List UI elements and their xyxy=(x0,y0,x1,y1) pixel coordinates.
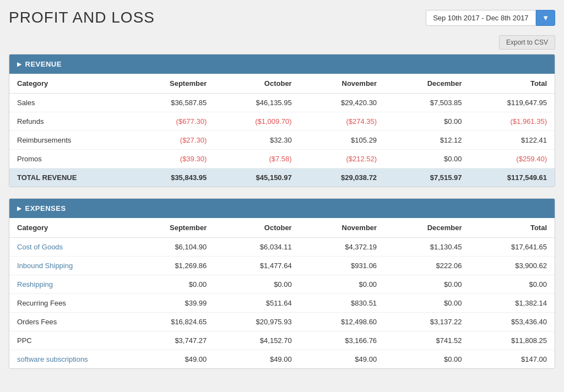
expenses-row-value: $0.00 xyxy=(129,275,214,294)
expenses-row-value: $6,104.90 xyxy=(129,238,214,257)
table-row: Refunds($677.30)($1,009.70)($274.35)$0.0… xyxy=(9,112,555,131)
expenses-table: Category September October November Dece… xyxy=(9,218,555,368)
revenue-section-header[interactable]: ▶ REVENUE xyxy=(9,55,555,74)
revenue-row-value: $36,587.85 xyxy=(129,94,214,112)
expenses-row-value: $3,166.76 xyxy=(300,331,384,350)
revenue-table: Category September October November Dece… xyxy=(9,74,555,187)
table-row: Inbound Shipping$1,269.86$1,477.64$931.0… xyxy=(9,257,555,275)
revenue-row-category: Promos xyxy=(9,150,129,168)
revenue-row-value: ($274.35) xyxy=(300,112,384,131)
expenses-row-category[interactable]: Cost of Goods xyxy=(9,238,129,257)
page-title: PROFIT AND LOSS xyxy=(9,9,155,26)
date-range-display[interactable]: Sep 10th 2017 - Dec 8th 2017 xyxy=(426,10,536,26)
expenses-row-category: Orders Fees xyxy=(9,313,129,331)
expenses-col-september: September xyxy=(129,218,214,238)
revenue-row-value: $32.30 xyxy=(214,131,299,150)
expenses-row-value: $6,034.11 xyxy=(214,238,299,257)
table-row: Orders Fees$16,824.65$20,975.93$12,498.6… xyxy=(9,313,555,331)
revenue-section-label: REVENUE xyxy=(25,60,62,68)
expenses-row-value: $931.06 xyxy=(300,257,384,275)
revenue-row-value: ($1,961.35) xyxy=(470,112,555,131)
page-header: PROFIT AND LOSS Sep 10th 2017 - Dec 8th … xyxy=(9,9,555,26)
revenue-col-october: October xyxy=(214,74,299,94)
expenses-row-category[interactable]: Inbound Shipping xyxy=(9,257,129,275)
expenses-row-value: $16,824.65 xyxy=(129,313,214,331)
revenue-row-value: ($39.30) xyxy=(129,150,214,168)
table-row: PPC$3,747.27$4,152.70$3,166.76$741.52$11… xyxy=(9,331,555,350)
revenue-col-category: Category xyxy=(9,74,129,94)
expenses-col-october: October xyxy=(214,218,299,238)
expenses-row-value: $3,900.62 xyxy=(470,257,555,275)
expenses-col-november: November xyxy=(300,218,384,238)
expenses-row-category[interactable]: Reshipping xyxy=(9,275,129,294)
expenses-col-december: December xyxy=(384,218,469,238)
expenses-row-value: $49.00 xyxy=(300,350,384,369)
revenue-row-value: ($7.58) xyxy=(214,150,299,168)
expenses-row-value: $11,808.25 xyxy=(470,331,555,350)
revenue-col-september: September xyxy=(129,74,214,94)
revenue-chevron-icon: ▶ xyxy=(17,61,22,67)
expenses-row-value: $1,269.86 xyxy=(129,257,214,275)
revenue-row-value: ($677.30) xyxy=(129,112,214,131)
expenses-section: ▶ EXPENSES Category September October No… xyxy=(9,198,555,369)
revenue-row-value: $119,647.95 xyxy=(470,94,555,112)
revenue-total-row: TOTAL REVENUE$35,843.95$45,150.97$29,038… xyxy=(9,168,555,187)
revenue-header-row: Category September October November Dece… xyxy=(9,74,555,94)
table-row: Recurring Fees$39.99$511.64$830.51$0.00$… xyxy=(9,294,555,313)
expenses-row-value: $12,498.60 xyxy=(300,313,384,331)
expenses-row-value: $147.00 xyxy=(470,350,555,369)
expenses-chevron-icon: ▶ xyxy=(17,205,22,211)
revenue-col-total: Total xyxy=(470,74,555,94)
expenses-col-total: Total xyxy=(470,218,555,238)
expenses-section-label: EXPENSES xyxy=(25,204,66,213)
revenue-row-value: $46,135.95 xyxy=(214,94,299,112)
expenses-row-value: $3,747.27 xyxy=(129,331,214,350)
date-range-control: Sep 10th 2017 - Dec 8th 2017 ▼ xyxy=(426,10,555,26)
table-row: software subscriptions$49.00$49.00$49.00… xyxy=(9,350,555,369)
expenses-row-value: $53,436.40 xyxy=(470,313,555,331)
expenses-row-category: Recurring Fees xyxy=(9,294,129,313)
revenue-total-value: $29,038.72 xyxy=(300,168,384,187)
revenue-row-value: $7,503.85 xyxy=(384,94,469,112)
expenses-row-value: $1,477.64 xyxy=(214,257,299,275)
table-row: Sales$36,587.85$46,135.95$29,420.30$7,50… xyxy=(9,94,555,112)
expenses-row-value: $20,975.93 xyxy=(214,313,299,331)
expenses-row-value: $0.00 xyxy=(214,275,299,294)
expenses-row-category: PPC xyxy=(9,331,129,350)
revenue-row-value: $0.00 xyxy=(384,112,469,131)
expenses-row-value: $4,152.70 xyxy=(214,331,299,350)
revenue-total-value: $35,843.95 xyxy=(129,168,214,187)
expenses-row-value: $49.00 xyxy=(214,350,299,369)
revenue-col-december: December xyxy=(384,74,469,94)
expenses-row-value: $39.99 xyxy=(129,294,214,313)
expenses-row-value: $0.00 xyxy=(300,275,384,294)
export-csv-button[interactable]: Export to CSV xyxy=(499,35,555,50)
revenue-row-value: ($212.52) xyxy=(300,150,384,168)
revenue-row-value: $29,420.30 xyxy=(300,94,384,112)
expenses-row-value: $222.06 xyxy=(384,257,469,275)
export-bar: Export to CSV xyxy=(9,35,555,50)
revenue-row-value: ($1,009.70) xyxy=(214,112,299,131)
expenses-row-value: $17,641.65 xyxy=(470,238,555,257)
expenses-row-value: $3,137.22 xyxy=(384,313,469,331)
table-row: Cost of Goods$6,104.90$6,034.11$4,372.19… xyxy=(9,238,555,257)
expenses-row-category[interactable]: software subscriptions xyxy=(9,350,129,369)
expenses-row-value: $1,382.14 xyxy=(470,294,555,313)
revenue-row-value: ($27.30) xyxy=(129,131,214,150)
revenue-total-value: $7,515.97 xyxy=(384,168,469,187)
expenses-row-value: $49.00 xyxy=(129,350,214,369)
revenue-col-november: November xyxy=(300,74,384,94)
expenses-row-value: $0.00 xyxy=(384,350,469,369)
revenue-row-value: $122.41 xyxy=(470,131,555,150)
revenue-total-value: $117,549.61 xyxy=(470,168,555,187)
expenses-row-value: $741.52 xyxy=(384,331,469,350)
expenses-row-value: $511.64 xyxy=(214,294,299,313)
date-range-button[interactable]: ▼ xyxy=(536,10,555,26)
revenue-total-value: $45,150.97 xyxy=(214,168,299,187)
revenue-row-value: $12.12 xyxy=(384,131,469,150)
revenue-total-label: TOTAL REVENUE xyxy=(9,168,129,187)
expenses-row-value: $0.00 xyxy=(384,294,469,313)
expenses-section-header[interactable]: ▶ EXPENSES xyxy=(9,199,555,218)
expenses-row-value: $830.51 xyxy=(300,294,384,313)
expenses-header-row: Category September October November Dece… xyxy=(9,218,555,238)
